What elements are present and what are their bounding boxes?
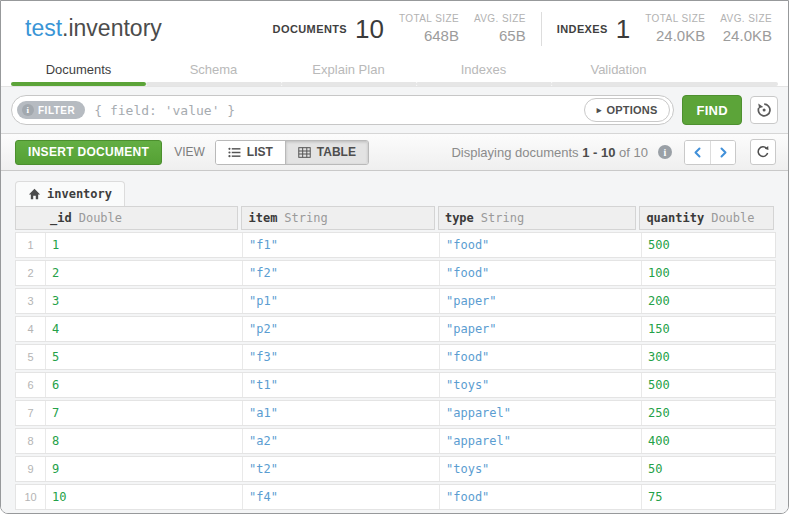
collection-breadcrumb-tab[interactable]: inventory	[15, 181, 125, 206]
row-number-cell: 4	[16, 317, 46, 341]
table-row[interactable]: 4 4 "p2" "paper" 150	[15, 316, 776, 342]
column-name: type	[445, 211, 474, 225]
item-cell[interactable]: "a1"	[243, 401, 440, 425]
insert-document-button[interactable]: INSERT DOCUMENT	[15, 140, 162, 165]
find-button[interactable]: FIND	[682, 95, 742, 125]
id-cell[interactable]: 2	[46, 261, 243, 285]
row-number-cell: 2	[16, 261, 46, 285]
quantity-cell[interactable]: 500	[642, 373, 775, 397]
indexes-total-size-value: 24.0KB	[656, 27, 705, 44]
indexes-avg-size-stat: AVG. SIZE 24.0KB	[720, 13, 772, 44]
table-row[interactable]: 7 7 "a1" "apparel" 250	[15, 400, 776, 426]
previous-page-button[interactable]	[685, 141, 710, 164]
id-cell[interactable]: 6	[46, 373, 243, 397]
column-name: _id	[50, 211, 72, 225]
tab-indexes[interactable]: Indexes	[416, 56, 551, 86]
table-row[interactable]: 3 3 "p1" "paper" 200	[15, 288, 776, 314]
tab-documents-label: Documents	[11, 62, 146, 82]
tab-schema[interactable]: Schema	[146, 56, 281, 86]
item-cell[interactable]: "t1"	[243, 373, 440, 397]
indexes-stat-label: INDEXES	[557, 23, 608, 35]
indexes-total-size-stat: TOTAL SIZE 24.0KB	[645, 13, 705, 44]
home-icon	[28, 188, 41, 200]
table-row[interactable]: 10 10 "f4" "food" 75	[15, 484, 776, 510]
documents-avg-size-label: AVG. SIZE	[474, 13, 526, 24]
documents-stat: DOCUMENTS 10	[273, 16, 384, 42]
displaying-suffix: of 10	[619, 145, 648, 160]
indexes-total-size-label: TOTAL SIZE	[645, 13, 705, 24]
item-cell[interactable]: "a2"	[243, 429, 440, 453]
view-table-button[interactable]: TABLE	[285, 141, 368, 164]
refresh-icon	[756, 145, 770, 159]
table-row[interactable]: 1 1 "f1" "food" 500	[15, 232, 776, 258]
refresh-documents-button[interactable]	[750, 139, 776, 165]
table-row[interactable]: 9 9 "t2" "toys" 50	[15, 456, 776, 482]
table-row[interactable]: 6 6 "t1" "toys" 500	[15, 372, 776, 398]
collection-tabs: Documents Schema Explain Plan Indexes Va…	[1, 56, 788, 86]
id-cell[interactable]: 8	[46, 429, 243, 453]
quantity-cell[interactable]: 400	[642, 429, 775, 453]
item-cell[interactable]: "f2"	[243, 261, 440, 285]
displaying-range: 1 - 10	[582, 145, 615, 160]
id-cell[interactable]: 5	[46, 345, 243, 369]
history-icon	[756, 102, 772, 118]
column-header-item[interactable]: item String	[241, 206, 434, 230]
id-cell[interactable]: 1	[46, 233, 243, 257]
pagination	[684, 140, 736, 165]
collection-stats: DOCUMENTS 10 TOTAL SIZE 648B AVG. SIZE 6…	[273, 12, 774, 46]
item-cell[interactable]: "f4"	[243, 485, 440, 509]
tab-documents[interactable]: Documents	[11, 56, 146, 86]
item-cell[interactable]: "f1"	[243, 233, 440, 257]
item-cell[interactable]: "p1"	[243, 289, 440, 313]
table-row[interactable]: 5 5 "f3" "food" 300	[15, 344, 776, 370]
type-cell[interactable]: "toys"	[440, 457, 642, 481]
table-row[interactable]: 2 2 "f2" "food" 100	[15, 260, 776, 286]
quantity-cell[interactable]: 200	[642, 289, 775, 313]
id-cell[interactable]: 10	[46, 485, 243, 509]
item-cell[interactable]: "t2"	[243, 457, 440, 481]
next-page-button[interactable]	[710, 141, 735, 164]
query-history-button[interactable]	[750, 96, 778, 124]
tab-explain-plan[interactable]: Explain Plan	[281, 56, 416, 86]
quantity-cell[interactable]: 500	[642, 233, 775, 257]
view-list-button[interactable]: LIST	[216, 141, 285, 164]
item-cell[interactable]: "p2"	[243, 317, 440, 341]
item-cell[interactable]: "f3"	[243, 345, 440, 369]
type-cell[interactable]: "apparel"	[440, 401, 642, 425]
filter-input[interactable]: i FILTER { field: 'value' } ▸ OPTIONS	[11, 95, 674, 125]
options-button[interactable]: ▸ OPTIONS	[584, 98, 671, 122]
id-cell[interactable]: 9	[46, 457, 243, 481]
quantity-cell[interactable]: 75	[642, 485, 775, 509]
displaying-info-icon[interactable]: i	[658, 145, 672, 159]
table-row[interactable]: 8 8 "a2" "apparel" 400	[15, 428, 776, 454]
quantity-cell[interactable]: 150	[642, 317, 775, 341]
column-header-id[interactable]: _id Double	[15, 206, 238, 230]
tab-validation[interactable]: Validation	[551, 56, 686, 86]
list-icon	[228, 147, 241, 158]
quantity-cell[interactable]: 100	[642, 261, 775, 285]
id-cell[interactable]: 3	[46, 289, 243, 313]
compass-collection-window: test.inventory DOCUMENTS 10 TOTAL SIZE 6…	[0, 0, 789, 514]
filter-badge: i FILTER	[17, 101, 85, 119]
type-cell[interactable]: "paper"	[440, 317, 642, 341]
tab-indexes-label: Indexes	[416, 62, 551, 82]
row-number-cell: 3	[16, 289, 46, 313]
type-cell[interactable]: "food"	[440, 345, 642, 369]
collection-tab-label: inventory	[47, 187, 112, 201]
type-cell[interactable]: "toys"	[440, 373, 642, 397]
type-cell[interactable]: "food"	[440, 233, 642, 257]
id-cell[interactable]: 4	[46, 317, 243, 341]
column-header-type[interactable]: type String	[438, 206, 636, 230]
column-header-quantity[interactable]: quantity Double	[639, 206, 774, 230]
type-cell[interactable]: "food"	[440, 485, 642, 509]
quantity-cell[interactable]: 250	[642, 401, 775, 425]
id-cell[interactable]: 7	[46, 401, 243, 425]
type-cell[interactable]: "paper"	[440, 289, 642, 313]
table-body: 1 1 "f1" "food" 500 2 2 "f2" "food" 100 …	[15, 232, 774, 510]
quantity-cell[interactable]: 50	[642, 457, 775, 481]
documents-toolbar: INSERT DOCUMENT VIEW LIST TABLE Displayi…	[1, 134, 788, 171]
quantity-cell[interactable]: 300	[642, 345, 775, 369]
type-cell[interactable]: "food"	[440, 261, 642, 285]
type-cell[interactable]: "apparel"	[440, 429, 642, 453]
collection-name: inventory	[68, 15, 161, 41]
